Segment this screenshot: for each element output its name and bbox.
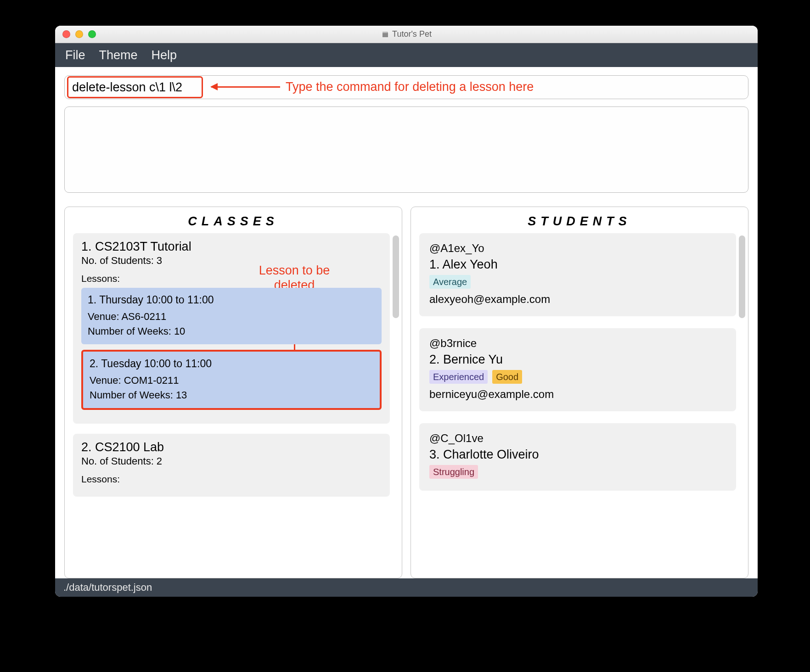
- window-controls: [55, 30, 96, 38]
- lesson-weeks: Number of Weeks: 13: [90, 388, 373, 403]
- student-tags: Average: [429, 275, 726, 289]
- lesson-weeks: Number of Weeks: 10: [88, 324, 375, 339]
- window-title-text: Tutor's Pet: [392, 29, 432, 39]
- classes-panel: CLASSES Lesson to be deleted 1. CS2103T …: [64, 207, 402, 578]
- student-name: 2. Bernice Yu: [429, 351, 726, 369]
- student-name: 3. Charlotte Oliveiro: [429, 446, 726, 464]
- student-handle: @b3rnice: [429, 336, 726, 351]
- command-wrap: Type the command for deleting a lesson h…: [55, 67, 758, 103]
- minimize-icon[interactable]: [75, 30, 83, 38]
- student-email: berniceyu@example.com: [429, 386, 726, 402]
- class-card[interactable]: 2. CS2100 LabNo. of Students: 2Lessons:: [73, 434, 390, 497]
- student-handle: @A1ex_Yo: [429, 241, 726, 256]
- lesson-venue: Venue: COM1-0211: [90, 373, 373, 388]
- menu-help[interactable]: Help: [152, 48, 177, 62]
- lesson-header: 1. Thursday 10:00 to 11:00: [88, 292, 375, 308]
- app-icon: [381, 30, 389, 39]
- student-card[interactable]: @C_Ol1ve3. Charlotte OliveiroStruggling: [419, 423, 736, 491]
- students-title: STUDENTS: [411, 207, 748, 233]
- window-title: Tutor's Pet: [55, 29, 758, 39]
- app-window: Tutor's Pet File Theme Help Type the com…: [55, 26, 758, 597]
- zoom-icon[interactable]: [88, 30, 96, 38]
- student-card[interactable]: @A1ex_Yo1. Alex YeohAveragealexyeoh@exam…: [419, 233, 736, 316]
- tag: Average: [429, 275, 471, 289]
- tag: Good: [492, 370, 522, 384]
- command-input[interactable]: [64, 75, 748, 99]
- tag: Struggling: [429, 465, 478, 479]
- output-wrap: [55, 103, 758, 193]
- classes-body: Lesson to be deleted 1. CS2103T Tutorial…: [65, 233, 402, 578]
- output-box: [64, 106, 748, 193]
- student-email: alexyeoh@example.com: [429, 291, 726, 307]
- student-card[interactable]: @b3rnice2. Bernice YuExperiencedGoodbern…: [419, 328, 736, 411]
- student-tags: ExperiencedGood: [429, 370, 726, 384]
- students-panel: STUDENTS @A1ex_Yo1. Alex YeohAveragealex…: [411, 207, 748, 578]
- statusbar: ./data/tutorspet.json: [55, 578, 758, 597]
- student-tags: Struggling: [429, 465, 726, 479]
- tag: Experienced: [429, 370, 488, 384]
- class-title: 1. CS2103T Tutorial: [81, 240, 382, 254]
- lessons-label: Lessons:: [81, 273, 382, 284]
- class-title: 2. CS2100 Lab: [81, 440, 382, 454]
- student-handle: @C_Ol1ve: [429, 431, 726, 446]
- students-body: @A1ex_Yo1. Alex YeohAveragealexyeoh@exam…: [411, 233, 748, 578]
- panels: CLASSES Lesson to be deleted 1. CS2103T …: [55, 193, 758, 578]
- class-students-count: No. of Students: 3: [81, 255, 382, 267]
- close-icon[interactable]: [62, 30, 70, 38]
- menu-theme[interactable]: Theme: [99, 48, 138, 62]
- class-students-count: No. of Students: 2: [81, 455, 382, 467]
- lessons-label: Lessons:: [81, 474, 382, 485]
- classes-title: CLASSES: [65, 207, 402, 233]
- menu-file[interactable]: File: [65, 48, 85, 62]
- student-name: 1. Alex Yeoh: [429, 256, 726, 274]
- lesson-header: 2. Tuesday 10:00 to 11:00: [90, 356, 373, 371]
- menubar: File Theme Help: [55, 43, 758, 67]
- class-card[interactable]: 1. CS2103T TutorialNo. of Students: 3Les…: [73, 233, 390, 424]
- lesson-card[interactable]: 1. Thursday 10:00 to 11:00Venue: AS6-021…: [81, 288, 382, 344]
- lesson-venue: Venue: AS6-0211: [88, 309, 375, 324]
- lesson-card[interactable]: 2. Tuesday 10:00 to 11:00Venue: COM1-021…: [81, 350, 382, 410]
- titlebar: Tutor's Pet: [55, 26, 758, 43]
- status-path: ./data/tutorspet.json: [63, 582, 152, 594]
